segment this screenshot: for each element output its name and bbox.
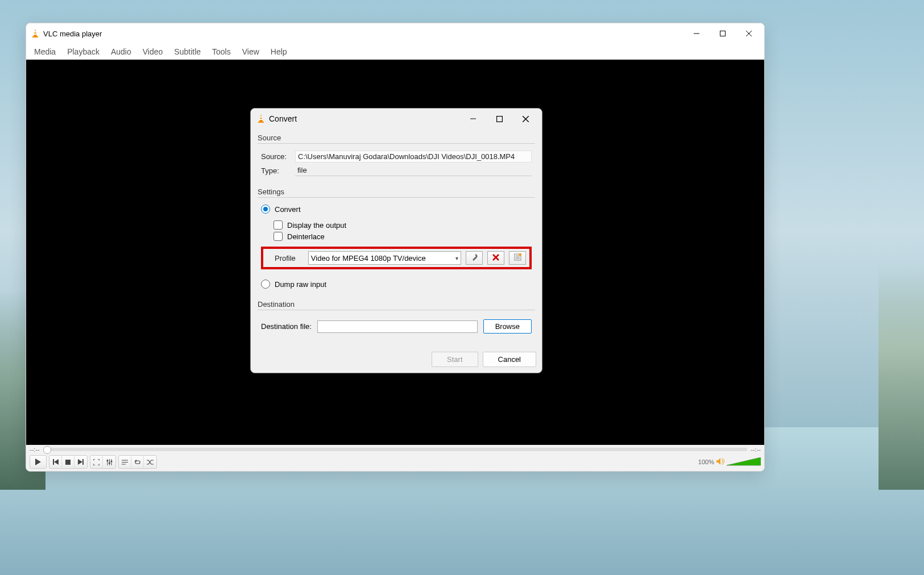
type-label: Type: [261, 166, 295, 175]
dump-raw-radio[interactable] [261, 280, 270, 289]
svg-marker-12 [78, 459, 82, 465]
destination-file-input[interactable] [317, 320, 478, 333]
stop-button[interactable] [62, 456, 74, 468]
convert-radio-label: Convert [275, 205, 301, 214]
display-output-label: Display the output [287, 221, 346, 230]
source-label: Source: [261, 152, 295, 161]
playlist-button[interactable] [119, 456, 131, 468]
profile-label: Profile [267, 254, 304, 262]
svg-rect-3 [32, 36, 38, 38]
convert-dialog: Convert Source Source: C:\Users\Manuvira… [250, 108, 542, 373]
extended-settings-button[interactable] [103, 456, 115, 468]
svg-rect-13 [82, 459, 84, 465]
destination-file-label: Destination file: [261, 322, 312, 331]
settings-group-label: Settings [258, 184, 535, 198]
svg-marker-24 [716, 458, 720, 465]
source-group: Source: C:\Users\Manuviraj Godara\Downlo… [258, 143, 535, 184]
dialog-close-button[interactable] [512, 110, 538, 128]
svg-rect-32 [496, 116, 502, 122]
svg-rect-17 [106, 460, 108, 461]
dump-raw-label: Dump raw input [275, 280, 326, 289]
menu-playback[interactable]: Playback [61, 45, 105, 58]
profile-select-value: Video for MPEG4 1080p TV/device [311, 254, 426, 262]
deinterlace-label: Deinterlace [287, 232, 325, 241]
dialog-footer: Start Cancel [251, 348, 542, 373]
speaker-icon[interactable] [716, 458, 724, 466]
browse-button[interactable]: Browse [483, 319, 532, 334]
seekbar[interactable] [43, 448, 748, 451]
edit-profile-button[interactable] [466, 251, 483, 265]
new-profile-button[interactable] [509, 251, 526, 265]
delete-icon [492, 254, 499, 262]
source-value: C:\Users\Manuviraj Godara\Downloads\DJI … [295, 151, 532, 163]
svg-rect-29 [259, 119, 263, 120]
start-button[interactable]: Start [432, 352, 478, 367]
svg-rect-1 [34, 31, 36, 32]
type-value: file [295, 165, 532, 176]
dialog-maximize-button[interactable] [486, 110, 512, 128]
next-button[interactable] [74, 456, 87, 468]
vlc-cone-icon [31, 29, 40, 38]
controls-bar: --:-- --:-- 100% [26, 445, 764, 471]
destination-group-label: Destination [258, 297, 535, 311]
delete-profile-button[interactable] [487, 251, 504, 265]
svg-rect-11 [65, 460, 71, 465]
profile-row-highlight: Profile Video for MPEG4 1080p TV/device … [261, 247, 532, 269]
cancel-button[interactable]: Cancel [483, 352, 536, 367]
main-menubar: Media Playback Audio Video Subtitle Tool… [26, 44, 764, 60]
display-output-checkbox[interactable] [274, 220, 283, 230]
svg-marker-10 [54, 459, 59, 465]
menu-help[interactable]: Help [265, 45, 293, 58]
svg-rect-5 [720, 31, 726, 36]
svg-marker-8 [35, 459, 41, 465]
main-titlebar[interactable]: VLC media player [26, 23, 764, 44]
svg-rect-30 [258, 122, 264, 123]
main-close-button[interactable] [736, 24, 762, 43]
svg-rect-28 [260, 116, 262, 118]
menu-media[interactable]: Media [28, 45, 61, 58]
svg-rect-19 [110, 461, 112, 462]
deinterlace-checkbox[interactable] [274, 232, 283, 241]
svg-rect-18 [109, 463, 110, 464]
list-new-icon [514, 253, 521, 262]
svg-marker-27 [259, 114, 263, 122]
time-total: --:-- [751, 446, 761, 453]
convert-radio[interactable] [261, 205, 270, 214]
svg-rect-2 [34, 34, 37, 35]
play-button[interactable] [30, 456, 46, 468]
dialog-titlebar[interactable]: Convert [251, 109, 542, 129]
time-elapsed: --:-- [30, 446, 40, 453]
shuffle-button[interactable] [144, 456, 156, 468]
svg-rect-9 [53, 459, 54, 465]
previous-button[interactable] [49, 456, 62, 468]
destination-group: Destination file: Browse [258, 310, 535, 344]
source-group-label: Source [258, 130, 535, 144]
dialog-minimize-button[interactable] [460, 110, 486, 128]
dialog-title: Convert [269, 114, 297, 123]
volume-slider[interactable] [727, 457, 761, 466]
wrench-icon [470, 253, 478, 263]
wallpaper-right-mountain [879, 206, 924, 490]
main-minimize-button[interactable] [683, 24, 710, 43]
vlc-cone-icon [256, 114, 266, 123]
settings-group: Convert Display the output Deinterlace P… [258, 197, 535, 297]
menu-video[interactable]: Video [137, 45, 169, 58]
fullscreen-button[interactable] [90, 456, 103, 468]
volume-label: 100% [698, 459, 714, 465]
profile-select[interactable]: Video for MPEG4 1080p TV/device ▾ [308, 251, 461, 265]
loop-button[interactable] [131, 456, 144, 468]
main-maximize-button[interactable] [710, 24, 736, 43]
menu-audio[interactable]: Audio [105, 45, 137, 58]
svg-marker-0 [34, 29, 37, 36]
menu-tools[interactable]: Tools [206, 45, 237, 58]
chevron-down-icon: ▾ [455, 255, 458, 261]
menu-subtitle[interactable]: Subtitle [168, 45, 206, 58]
menu-view[interactable]: View [237, 45, 265, 58]
window-title: VLC media player [43, 30, 102, 38]
